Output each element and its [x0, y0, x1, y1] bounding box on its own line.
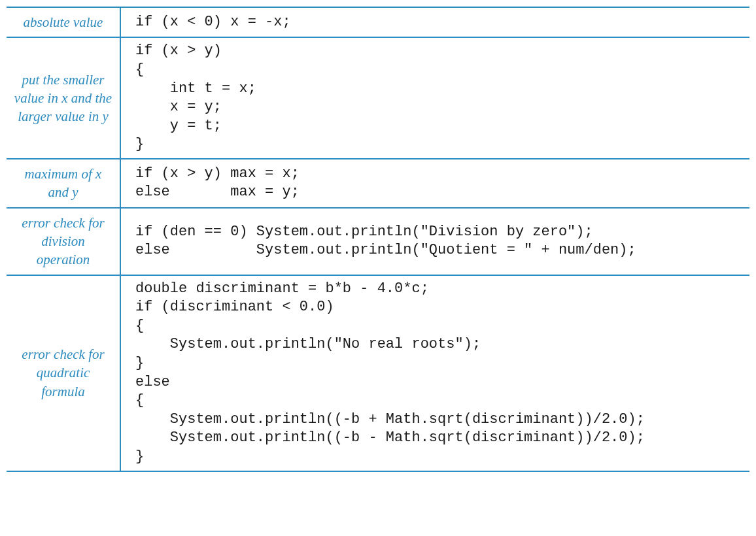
row-code-division-check: if (den == 0) System.out.println("Divisi…: [121, 209, 749, 275]
row-label-swap: put the smaller value in x and the large…: [7, 38, 121, 158]
row-code-maximum: if (x > y) max = x; else max = y;: [121, 159, 749, 207]
table-row: error check for division operation if (d…: [7, 207, 749, 275]
row-label-absolute-value: absolute value: [7, 8, 121, 37]
row-code-swap: if (x > y) { int t = x; x = y; y = t; }: [121, 38, 749, 158]
code-block: if (x > y) { int t = x; x = y; y = t; }: [135, 42, 256, 154]
row-label-division-check: error check for division operation: [7, 209, 121, 275]
table-row: error check for quadratic formula double…: [7, 275, 749, 472]
row-label-quadratic: error check for quadratic formula: [7, 276, 121, 471]
code-examples-table: absolute value if (x < 0) x = -x; put th…: [7, 7, 749, 472]
row-code-quadratic: double discriminant = b*b - 4.0*c; if (d…: [121, 276, 749, 471]
table-row: maximum of x and y if (x > y) max = x; e…: [7, 158, 749, 207]
table-row: put the smaller value in x and the large…: [7, 37, 749, 158]
code-block: if (x > y) max = x; else max = y;: [135, 165, 300, 202]
code-block: double discriminant = b*b - 4.0*c; if (d…: [135, 280, 645, 467]
row-label-maximum: maximum of x and y: [7, 159, 121, 207]
code-block: if (den == 0) System.out.println("Divisi…: [135, 223, 636, 260]
row-code-absolute-value: if (x < 0) x = -x;: [121, 8, 749, 37]
code-block: if (x < 0) x = -x;: [135, 13, 291, 32]
table-row: absolute value if (x < 0) x = -x;: [7, 7, 749, 37]
